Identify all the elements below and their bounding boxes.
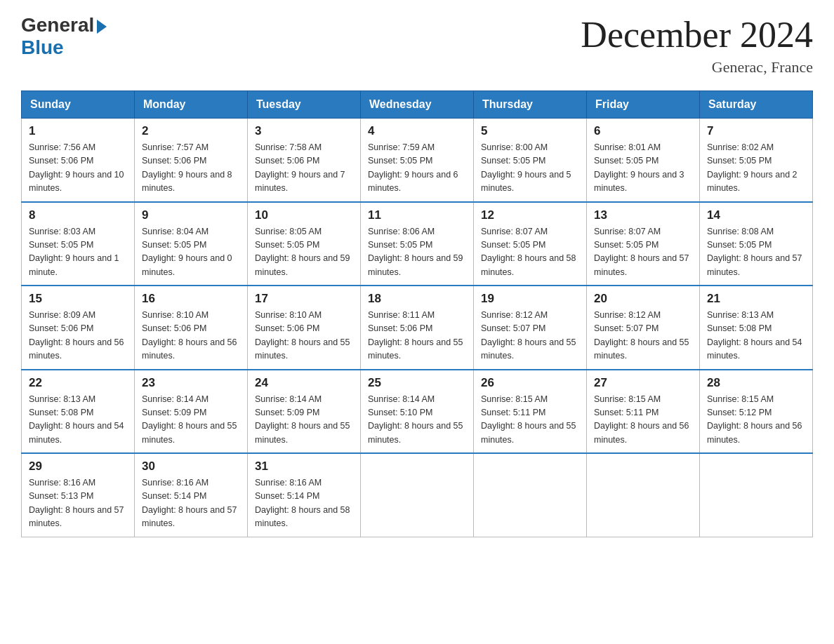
day-info: Sunrise: 8:12 AM Sunset: 5:07 PM Dayligh… [481,309,579,363]
day-number: 19 [481,292,579,306]
day-info: Sunrise: 7:57 AM Sunset: 5:06 PM Dayligh… [142,141,240,196]
day-number: 9 [142,208,240,222]
day-number: 2 [142,124,240,138]
day-info: Sunrise: 8:15 AM Sunset: 5:11 PM Dayligh… [594,393,692,448]
day-number: 27 [594,376,692,390]
day-info: Sunrise: 8:14 AM Sunset: 5:09 PM Dayligh… [142,393,240,448]
day-info: Sunrise: 8:15 AM Sunset: 5:12 PM Dayligh… [707,393,805,448]
day-cell: 24 Sunrise: 8:14 AM Sunset: 5:09 PM Dayl… [248,370,361,454]
day-info: Sunrise: 8:05 AM Sunset: 5:05 PM Dayligh… [255,225,353,280]
logo-text-general: General [21,14,94,36]
calendar-title: December 2024 [581,14,813,55]
day-cell [474,453,587,537]
day-info: Sunrise: 7:56 AM Sunset: 5:06 PM Dayligh… [29,141,127,196]
day-cell: 7 Sunrise: 8:02 AM Sunset: 5:05 PM Dayli… [700,119,813,202]
logo: General Blue [21,14,107,59]
day-number: 25 [368,376,466,390]
week-row-5: 29 Sunrise: 8:16 AM Sunset: 5:13 PM Dayl… [22,453,813,537]
day-info: Sunrise: 8:06 AM Sunset: 5:05 PM Dayligh… [368,225,466,280]
day-number: 16 [142,292,240,306]
day-cell: 2 Sunrise: 7:57 AM Sunset: 5:06 PM Dayli… [135,119,248,202]
day-cell: 9 Sunrise: 8:04 AM Sunset: 5:05 PM Dayli… [135,202,248,286]
day-info: Sunrise: 8:01 AM Sunset: 5:05 PM Dayligh… [594,141,692,196]
day-cell: 30 Sunrise: 8:16 AM Sunset: 5:14 PM Dayl… [135,453,248,537]
day-cell [361,453,474,537]
day-number: 13 [594,208,692,222]
day-number: 14 [707,208,805,222]
day-cell: 22 Sunrise: 8:13 AM Sunset: 5:08 PM Dayl… [22,370,135,454]
day-cell: 26 Sunrise: 8:15 AM Sunset: 5:11 PM Dayl… [474,370,587,454]
day-info: Sunrise: 8:16 AM Sunset: 5:14 PM Dayligh… [142,476,240,531]
day-info: Sunrise: 8:02 AM Sunset: 5:05 PM Dayligh… [707,141,805,196]
day-number: 21 [707,292,805,306]
day-cell: 13 Sunrise: 8:07 AM Sunset: 5:05 PM Dayl… [587,202,700,286]
page-header: General Blue December 2024 Generac, Fran… [21,14,813,76]
logo-arrow-icon [97,20,107,34]
day-info: Sunrise: 8:04 AM Sunset: 5:05 PM Dayligh… [142,225,240,280]
day-info: Sunrise: 8:13 AM Sunset: 5:08 PM Dayligh… [707,309,805,363]
day-number: 31 [255,459,353,474]
day-number: 23 [142,376,240,390]
day-cell: 6 Sunrise: 8:01 AM Sunset: 5:05 PM Dayli… [587,119,700,202]
day-number: 28 [707,376,805,390]
day-cell: 29 Sunrise: 8:16 AM Sunset: 5:13 PM Dayl… [22,453,135,537]
day-cell: 3 Sunrise: 7:58 AM Sunset: 5:06 PM Dayli… [248,119,361,202]
day-cell: 20 Sunrise: 8:12 AM Sunset: 5:07 PM Dayl… [587,286,700,370]
day-cell: 10 Sunrise: 8:05 AM Sunset: 5:05 PM Dayl… [248,202,361,286]
day-info: Sunrise: 8:13 AM Sunset: 5:08 PM Dayligh… [29,393,127,448]
day-number: 24 [255,376,353,390]
day-info: Sunrise: 8:10 AM Sunset: 5:06 PM Dayligh… [142,309,240,363]
day-cell: 23 Sunrise: 8:14 AM Sunset: 5:09 PM Dayl… [135,370,248,454]
day-number: 30 [142,459,240,474]
day-cell: 21 Sunrise: 8:13 AM Sunset: 5:08 PM Dayl… [700,286,813,370]
day-number: 5 [481,124,579,138]
day-cell: 11 Sunrise: 8:06 AM Sunset: 5:05 PM Dayl… [361,202,474,286]
day-number: 22 [29,376,127,390]
week-row-3: 15 Sunrise: 8:09 AM Sunset: 5:06 PM Dayl… [22,286,813,370]
day-info: Sunrise: 8:16 AM Sunset: 5:13 PM Dayligh… [29,476,127,531]
header-cell-wednesday: Wednesday [361,91,474,119]
day-cell: 1 Sunrise: 7:56 AM Sunset: 5:06 PM Dayli… [22,119,135,202]
logo-text-blue: Blue [21,36,107,59]
week-row-4: 22 Sunrise: 8:13 AM Sunset: 5:08 PM Dayl… [22,370,813,454]
calendar-subtitle: Generac, France [581,58,813,76]
day-info: Sunrise: 7:59 AM Sunset: 5:05 PM Dayligh… [368,141,466,196]
header-cell-monday: Monday [135,91,248,119]
day-info: Sunrise: 8:15 AM Sunset: 5:11 PM Dayligh… [481,393,579,448]
day-cell [700,453,813,537]
day-number: 7 [707,124,805,138]
day-cell: 18 Sunrise: 8:11 AM Sunset: 5:06 PM Dayl… [361,286,474,370]
header-row: SundayMondayTuesdayWednesdayThursdayFrid… [22,91,813,119]
day-info: Sunrise: 8:16 AM Sunset: 5:14 PM Dayligh… [255,476,353,531]
day-number: 29 [29,459,127,474]
header-cell-tuesday: Tuesday [248,91,361,119]
day-info: Sunrise: 8:12 AM Sunset: 5:07 PM Dayligh… [594,309,692,363]
day-number: 20 [594,292,692,306]
day-info: Sunrise: 8:03 AM Sunset: 5:05 PM Dayligh… [29,225,127,280]
day-number: 3 [255,124,353,138]
day-info: Sunrise: 8:07 AM Sunset: 5:05 PM Dayligh… [594,225,692,280]
day-cell: 31 Sunrise: 8:16 AM Sunset: 5:14 PM Dayl… [248,453,361,537]
day-cell: 12 Sunrise: 8:07 AM Sunset: 5:05 PM Dayl… [474,202,587,286]
header-cell-friday: Friday [587,91,700,119]
day-number: 18 [368,292,466,306]
day-cell: 25 Sunrise: 8:14 AM Sunset: 5:10 PM Dayl… [361,370,474,454]
header-cell-sunday: Sunday [22,91,135,119]
day-cell: 5 Sunrise: 8:00 AM Sunset: 5:05 PM Dayli… [474,119,587,202]
day-info: Sunrise: 8:00 AM Sunset: 5:05 PM Dayligh… [481,141,579,196]
day-cell: 16 Sunrise: 8:10 AM Sunset: 5:06 PM Dayl… [135,286,248,370]
day-info: Sunrise: 7:58 AM Sunset: 5:06 PM Dayligh… [255,141,353,196]
day-number: 6 [594,124,692,138]
day-number: 1 [29,124,127,138]
day-cell: 19 Sunrise: 8:12 AM Sunset: 5:07 PM Dayl… [474,286,587,370]
day-cell: 28 Sunrise: 8:15 AM Sunset: 5:12 PM Dayl… [700,370,813,454]
day-number: 11 [368,208,466,222]
day-cell: 4 Sunrise: 7:59 AM Sunset: 5:05 PM Dayli… [361,119,474,202]
header-cell-thursday: Thursday [474,91,587,119]
day-info: Sunrise: 8:11 AM Sunset: 5:06 PM Dayligh… [368,309,466,363]
day-info: Sunrise: 8:14 AM Sunset: 5:10 PM Dayligh… [368,393,466,448]
day-info: Sunrise: 8:08 AM Sunset: 5:05 PM Dayligh… [707,225,805,280]
header-cell-saturday: Saturday [700,91,813,119]
week-row-1: 1 Sunrise: 7:56 AM Sunset: 5:06 PM Dayli… [22,119,813,202]
day-cell: 15 Sunrise: 8:09 AM Sunset: 5:06 PM Dayl… [22,286,135,370]
